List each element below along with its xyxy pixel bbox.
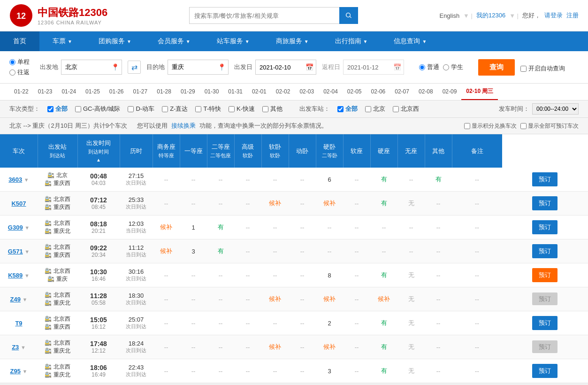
hard-bed2-col: 3 [316, 359, 343, 383]
date-tab-0131[interactable]: 01-31 [223, 85, 247, 100]
book-col: 预订 [502, 359, 588, 383]
date-tab-0205[interactable]: 02-05 [343, 85, 367, 100]
date-tab-0206[interactable]: 02-06 [367, 85, 390, 100]
book-button[interactable]: 预订 [532, 244, 557, 258]
train-number[interactable]: K589 [8, 272, 23, 279]
date-tab-0122[interactable]: 01-22 [9, 85, 33, 100]
hard-seat-col: 有 [370, 168, 397, 192]
normal-ticket-radio[interactable]: 普通 [419, 63, 439, 71]
filter-all-stations[interactable]: 全部 [337, 105, 358, 113]
nav-item-group[interactable]: 团购服务 ▼ [85, 31, 145, 51]
train-number[interactable]: T9 [15, 320, 22, 327]
one-way-radio[interactable]: 单程 [9, 58, 30, 66]
filter-gc[interactable]: GC-高铁/城际 [75, 105, 120, 113]
date-tab-0210[interactable]: 02-10 周三 [461, 84, 498, 100]
departure-station: 🚉 北京西 [45, 316, 70, 322]
depart-time: 15:05 [80, 316, 117, 323]
search-button[interactable] [339, 7, 358, 24]
chevron-down-icon[interactable]: ▼ [24, 273, 30, 278]
date-tab-0204[interactable]: 02-04 [319, 85, 343, 100]
date-tab-0126[interactable]: 01-26 [105, 85, 129, 100]
no-seat-col: 无 [397, 335, 425, 359]
filter-beijingxi[interactable]: 北京西 [393, 105, 419, 113]
depart-input[interactable] [255, 60, 316, 75]
register-link[interactable]: 注册 [566, 11, 579, 20]
date-tab-0203[interactable]: 02-03 [295, 85, 319, 100]
filter-t[interactable]: T-特快 [195, 105, 221, 113]
nav-item-guide[interactable]: 出行指南 ▼ [322, 31, 381, 51]
train-number[interactable]: Z3 [12, 344, 19, 351]
nav-item-business[interactable]: 商旅服务 ▼ [263, 31, 322, 51]
date-tab-0207[interactable]: 02-07 [390, 85, 414, 100]
nav-item-home[interactable]: 首页 [0, 31, 39, 51]
date-tab-0125[interactable]: 01-25 [81, 85, 105, 100]
date-tab-0128[interactable]: 01-28 [152, 85, 176, 100]
train-number[interactable]: K507 [11, 200, 26, 207]
date-tab-0123[interactable]: 01-23 [33, 85, 57, 100]
transfer-link[interactable]: 接续换乘 [171, 122, 196, 130]
second-col: -- [207, 192, 234, 216]
query-button[interactable]: 查询 [478, 59, 515, 76]
filter-k[interactable]: K-快速 [229, 105, 255, 113]
duration-value: 18:24 [122, 340, 150, 347]
login-link[interactable]: 请登录 [544, 11, 563, 20]
round-trip-radio[interactable]: 往返 [9, 68, 30, 77]
show-transfer-checkbox[interactable]: 显示积分兑换车次 [464, 122, 517, 130]
to-input[interactable] [168, 60, 229, 75]
filter-other[interactable]: 其他 [262, 105, 283, 113]
th-time[interactable]: 出发时间到达时间 [77, 134, 120, 168]
train-number[interactable]: Z49 [10, 296, 21, 303]
next-day-label: 次日到达 [122, 179, 150, 186]
nav-item-info[interactable]: 信息查询 ▼ [381, 31, 440, 51]
date-tab-0130[interactable]: 01-30 [200, 85, 224, 100]
show-all-checkbox[interactable]: 显示全部可预订车次 [520, 122, 579, 130]
chevron-down-icon[interactable]: ▼ [24, 249, 30, 254]
book-button[interactable]: 预订 [532, 316, 557, 330]
from-input[interactable] [61, 60, 122, 75]
return-input[interactable] [343, 60, 404, 75]
nav-item-tickets[interactable]: 车票 ▼ [39, 31, 85, 51]
date-tab-0202[interactable]: 02-02 [271, 85, 295, 100]
filter-all-trains[interactable]: 全部 [47, 105, 68, 113]
chevron-down-icon[interactable]: ▼ [24, 177, 29, 183]
chevron-down-icon[interactable]: ▼ [24, 225, 30, 231]
time-select[interactable]: 00:00--24:00 [532, 103, 579, 115]
date-tab-0124[interactable]: 01-24 [57, 85, 81, 100]
filter-d[interactable]: D-动车 [128, 105, 154, 113]
th-duration[interactable]: 历时 [120, 134, 153, 168]
second-col: -- [207, 359, 234, 383]
language-selector[interactable]: English [439, 12, 459, 19]
book-button[interactable]: 预订 [532, 364, 557, 378]
chevron-down-icon: ▼ [127, 39, 131, 44]
train-number[interactable]: 3603 [8, 176, 22, 183]
filter-beijing[interactable]: 北京 [365, 105, 385, 113]
search-input[interactable] [189, 7, 339, 24]
auto-query-checkbox[interactable]: 开启自动查询 [520, 64, 565, 73]
time-col: 10:30 16:46 [77, 263, 120, 287]
date-tab-0129[interactable]: 01-29 [176, 85, 200, 100]
train-number[interactable]: G309 [8, 224, 23, 231]
chevron-down-icon[interactable]: ▼ [21, 345, 26, 350]
book-button[interactable]: 预订 [532, 196, 557, 210]
chevron-down-icon[interactable]: ▼ [23, 369, 28, 374]
my-account-link[interactable]: 我的12306 [476, 11, 505, 20]
date-tab-0127[interactable]: 01-27 [129, 85, 153, 100]
book-button[interactable]: 预订 [532, 220, 557, 234]
chevron-down-icon[interactable]: ▼ [23, 297, 28, 302]
train-number[interactable]: G571 [8, 248, 23, 255]
train-number[interactable]: Z95 [10, 368, 21, 375]
station-col: 🚉 北京西 🚉 重庆北 [38, 287, 77, 311]
nav-item-station[interactable]: 站车服务 ▼ [204, 31, 263, 51]
book-button[interactable]: 预订 [532, 172, 557, 186]
student-ticket-radio[interactable]: 学生 [443, 63, 463, 71]
nav-item-member[interactable]: 会员服务 ▼ [145, 31, 204, 51]
date-tab-0201[interactable]: 02-01 [247, 85, 271, 100]
duration-value: 11:12 [122, 244, 150, 251]
first-col: 3 [180, 239, 207, 263]
date-tab-0208[interactable]: 02-08 [414, 85, 438, 100]
filter-z[interactable]: Z-直达 [162, 105, 188, 113]
date-tab-0209[interactable]: 02-09 [438, 85, 462, 100]
book-button[interactable]: 预订 [532, 268, 557, 282]
swap-button[interactable]: ⇄ [128, 61, 141, 74]
no-seat-col: 无 [397, 359, 425, 383]
